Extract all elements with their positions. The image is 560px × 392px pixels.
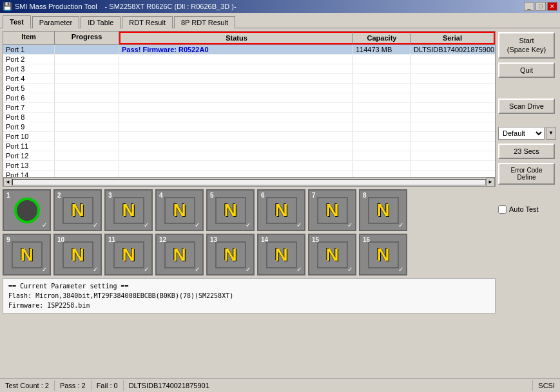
table-row[interactable]: Port 12 — [3, 151, 495, 161]
tab-rdt-result[interactable]: RDT Result — [122, 16, 173, 28]
start-button[interactable]: Start (Space Key) — [498, 32, 555, 59]
port-5-icon[interactable]: 5 N ✓ — [206, 189, 255, 231]
table-row[interactable]: Port 6 — [3, 93, 495, 103]
port-7-icon[interactable]: 7 N ✓ — [308, 189, 356, 231]
port-15-label: 15 — [312, 236, 319, 243]
port-8-check: ✓ — [398, 221, 403, 229]
cell-capacity: 114473 MB — [353, 45, 411, 54]
interface-status: SCSI — [533, 380, 560, 391]
table-row[interactable]: Port 14 — [3, 171, 495, 177]
scan-drive-button[interactable]: Scan Drive — [498, 98, 555, 114]
right-sidebar: Start (Space Key) Quit Scan Drive Defaul… — [498, 31, 556, 372]
cell-serial: DLTSIDB1740021875900 — [411, 45, 495, 54]
tab-parameter[interactable]: Parameter — [32, 16, 79, 28]
app-icon: 💾 — [3, 2, 12, 11]
port-10-icon[interactable]: 10 N ✓ — [53, 234, 102, 275]
port-16-status-icon: N — [368, 241, 399, 268]
port-3-check: ✓ — [144, 221, 149, 229]
params-title: == Current Parameter setting == — [8, 281, 490, 291]
table-row[interactable]: Port 8 — [3, 113, 495, 122]
horizontal-scrollbar[interactable]: ◄ ► — [3, 177, 495, 186]
port-6-status-icon: N — [266, 197, 297, 224]
table-body: Port 1 Pass! Firmware: R0522A0 114473 MB… — [3, 45, 495, 177]
port-4-status-icon: N — [164, 197, 195, 224]
error-code-button[interactable]: Error Code Define — [498, 163, 555, 185]
port-11-status-icon: N — [113, 241, 144, 268]
port-4-icon[interactable]: 4 N ✓ — [155, 189, 204, 231]
scroll-left-arrow[interactable]: ◄ — [3, 178, 12, 187]
quit-button[interactable]: Quit — [498, 62, 555, 78]
port-9-icon[interactable]: 9 N ✓ — [3, 234, 51, 275]
port-7-check: ✓ — [347, 221, 352, 229]
table-row[interactable]: Port 2 — [3, 55, 495, 64]
dropdown-arrow[interactable]: ▼ — [546, 127, 556, 140]
port-16-label: 16 — [363, 236, 370, 243]
table-row[interactable]: Port 5 — [3, 84, 495, 93]
port-2-status-icon: N — [63, 197, 93, 224]
port-5-status-icon: N — [215, 197, 246, 224]
table-row[interactable]: Port 13 — [3, 161, 495, 171]
port-9-check: ✓ — [42, 266, 47, 273]
port-15-icon[interactable]: 15 N ✓ — [308, 234, 356, 275]
table-row[interactable]: Port 3 — [3, 64, 495, 74]
auto-test-row: Auto Test — [498, 205, 556, 214]
port-7-status-icon: N — [317, 197, 348, 224]
timer-button[interactable]: 23 Secs — [498, 144, 555, 159]
tab-8p-rdt-result[interactable]: 8P RDT Result — [174, 16, 235, 28]
pass-count: Pass : 2 — [55, 380, 92, 391]
cell-progress — [55, 45, 119, 54]
tab-bar: Test Parameter ID Table RDT Result 8P RD… — [0, 13, 560, 28]
cell-status: Pass! Firmware: R0522A0 — [119, 45, 353, 54]
scroll-track[interactable] — [12, 179, 486, 185]
port-2-icon[interactable]: 2 N ✓ — [53, 189, 102, 231]
cell-item: Port 1 — [3, 45, 55, 54]
port-16-icon[interactable]: 16 N ✓ — [359, 234, 407, 275]
scroll-right-arrow[interactable]: ► — [486, 178, 495, 187]
profile-dropdown[interactable]: Default — [498, 127, 545, 140]
default-dropdown-container: Default ▼ — [498, 127, 556, 140]
port-11-check: ✓ — [144, 266, 149, 273]
port-12-status-icon: N — [164, 241, 195, 268]
port-3-icon[interactable]: 3 N ✓ — [104, 189, 153, 231]
table-row[interactable]: Port 10 — [3, 132, 495, 142]
table-row[interactable]: Port 4 — [3, 74, 495, 84]
tab-test[interactable]: Test — [3, 15, 31, 28]
close-button[interactable]: ✕ — [547, 2, 557, 11]
port-6-label: 6 — [261, 192, 265, 199]
table-header: Item Progress Status Capacity Serial — [3, 32, 495, 45]
port-6-icon[interactable]: 6 N ✓ — [257, 189, 305, 231]
port-2-check: ✓ — [93, 221, 98, 229]
maximize-button[interactable]: □ — [536, 2, 546, 11]
table-row[interactable]: Port 9 — [3, 122, 495, 132]
port-13-check: ✓ — [246, 266, 251, 273]
auto-test-label: Auto Test — [509, 205, 539, 213]
minimize-button[interactable]: _ — [524, 2, 534, 11]
port-4-check: ✓ — [195, 221, 200, 229]
port-13-icon[interactable]: 13 N ✓ — [206, 234, 255, 275]
table-row[interactable]: Port 11 — [3, 142, 495, 151]
port-11-label: 11 — [108, 236, 115, 243]
port-10-label: 10 — [57, 236, 64, 243]
table-row[interactable]: Port 1 Pass! Firmware: R0522A0 114473 MB… — [3, 45, 495, 55]
col-serial: Serial — [411, 32, 495, 44]
auto-test-checkbox[interactable] — [498, 205, 507, 214]
test-count: Test Count : 2 — [0, 380, 55, 391]
port-8-icon[interactable]: 8 N ✓ — [359, 189, 407, 231]
params-line2: Firmware: ISP2258.bin — [8, 301, 490, 310]
port-5-check: ✓ — [246, 221, 251, 229]
port-16-check: ✓ — [398, 266, 403, 273]
tab-id-table[interactable]: ID Table — [81, 16, 121, 28]
port-11-icon[interactable]: 11 N ✓ — [104, 234, 153, 275]
ports-area: 1 ✓ 2 N ✓ 3 N ✓ — [3, 189, 496, 275]
port-14-status-icon: N — [266, 241, 297, 268]
port-12-icon[interactable]: 12 N ✓ — [155, 234, 204, 275]
table-row[interactable]: Port 7 — [3, 103, 495, 113]
ports-top-row: 1 ✓ 2 N ✓ 3 N ✓ — [3, 189, 496, 231]
port-15-status-icon: N — [317, 241, 348, 268]
port-7-label: 7 — [312, 192, 316, 199]
port-8-label: 8 — [363, 192, 367, 199]
port-14-icon[interactable]: 14 N ✓ — [257, 234, 305, 275]
port-3-label: 3 — [108, 192, 112, 199]
port-1-icon[interactable]: 1 ✓ — [3, 189, 51, 231]
port-3-status-icon: N — [113, 197, 144, 224]
